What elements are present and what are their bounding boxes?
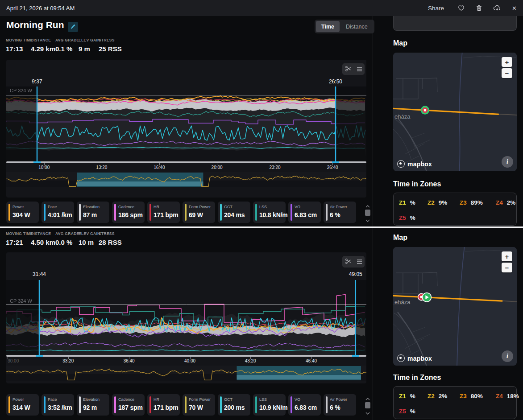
metric-chip-gct[interactable]: GCT200 ms [218,394,250,416]
chart-menu-button[interactable] [357,259,362,264]
map-info-button[interactable] [502,156,513,168]
metric-chip-cadence[interactable]: Cadence187 spm [112,394,145,416]
mapbox-attribution[interactable]: mapbox [397,354,432,362]
metric-chip-power[interactable]: Power304 W [6,202,39,223]
scroll-handle-right[interactable] [332,161,339,163]
zone-item: Z1% [399,198,415,206]
zones-heading: Time in Zones [393,180,441,188]
scroll-handle-left[interactable] [33,161,41,163]
chip-color-bar [44,204,46,221]
metric-chip-elevation[interactable]: Elevation87 m [77,202,109,223]
activity-chart-card: 9:37 26:50 CP 324 W 10:0013:2016:4020:00… [6,60,366,198]
scroll-handle-right[interactable] [352,355,359,357]
metric-value: 92 m [83,404,108,411]
toggle-distance[interactable]: Distance [340,21,373,32]
map-info-button[interactable] [502,350,513,362]
metric-chip-hr[interactable]: HR171 bpm [147,394,180,416]
stat: DISTANCE4.29 km [31,38,55,53]
route-map[interactable]: eháza + − mapbox [393,53,517,171]
activity-chart-canvas[interactable] [6,86,366,161]
zone-value: 18% [507,393,519,399]
critical-power-label: CP 324 W [10,298,32,304]
metric-name: Form Power [189,397,214,402]
overview-strip-canvas[interactable] [6,172,366,187]
zoom-in-button[interactable]: + [502,57,512,67]
zones-heading: Time in Zones [393,374,441,382]
stat-label: ELEV GAIN [79,231,100,236]
metric-chip-air-power[interactable]: Air Power6 % [324,202,356,223]
metric-name: Form Power [189,205,214,209]
delete-button[interactable] [476,4,482,12]
zone-item: Z418% [496,392,519,400]
stat: AVG GRADE0.1 % [55,38,79,53]
chip-color-bar [185,396,187,413]
chart-menu-button[interactable] [357,67,362,71]
zoom-out-button[interactable]: − [502,68,512,78]
metric-chip-cadence[interactable]: Cadence186 spm [112,202,145,223]
route-map[interactable]: eháza + − mapbox [393,247,517,366]
zone-value: 2% [507,199,516,206]
route-stop-marker[interactable] [421,107,428,114]
stat-value: 25 RSS [99,45,122,53]
map-canvas[interactable]: eháza [393,247,517,366]
chip-scroll-thumb[interactable] [365,210,370,216]
chevron-down-icon[interactable] [365,216,370,224]
metric-chip-hr[interactable]: HR171 bpm [147,202,180,223]
zone-row: Z1%Z22%Z380%Z418% [394,392,516,400]
metric-chip-vo[interactable]: VO6.83 cm [288,202,321,223]
zone-item: Z5% [399,407,415,415]
zone-label: Z1 [399,199,406,206]
stat-value: 10 m [79,239,100,246]
mapbox-logo-icon [397,160,405,168]
menu-icon [357,259,362,264]
activity-date: April 21, 2026 at 09:54 AM [6,5,75,12]
metric-chip-form-power[interactable]: Form Power70 W [183,394,215,416]
metric-chip-lss[interactable]: LSS10.9 kN/m [253,394,286,416]
chart-scrollbar[interactable] [6,355,366,357]
stat-label: ELEV GAIN [79,38,100,42]
crop-button[interactable] [345,66,352,73]
chip-color-bar [149,204,151,221]
edit-title-button[interactable] [68,22,78,32]
metric-chip-form-power[interactable]: Form Power69 W [183,202,215,223]
metric-chip-gct[interactable]: GCT204 ms [218,202,250,223]
selection-end-label: 26:50 [329,78,342,85]
stat-value: 4.50 km [31,239,55,246]
axis-tick-label: 30:00 [8,358,19,363]
metric-chip-power[interactable]: Power314 W [6,394,39,416]
route-start-marker[interactable] [422,293,431,302]
map-place-label: eháza [394,299,411,305]
sync-button[interactable] [493,4,501,12]
metric-chip-vo[interactable]: VO6.83 cm [288,394,321,416]
zone-value: 80% [471,393,483,399]
chevron-up-icon[interactable] [365,394,370,402]
map-canvas[interactable]: eháza [393,53,517,171]
zone-label: Z5 [399,214,406,221]
share-button[interactable]: Share [425,4,447,12]
close-button[interactable] [512,5,517,12]
metric-chip-pace[interactable]: Pace3:52 /km [42,394,74,416]
activity-chart-canvas[interactable] [6,280,366,355]
stat-label: MOVING TIME [6,231,33,236]
metric-chip-pace[interactable]: Pace4:01 /km [42,202,74,223]
metric-value: 10.9 kN/m [259,404,285,411]
metric-chip-elevation[interactable]: Elevation92 m [77,394,109,416]
chevron-up-icon[interactable] [365,202,370,210]
chip-scroll-thumb[interactable] [365,402,370,408]
stat-value: 17:13 [6,45,33,53]
scroll-handle-left[interactable] [36,355,43,357]
chart-scrollbar[interactable] [6,161,366,163]
zoom-out-button[interactable]: − [502,263,512,272]
metric-chip-air-power[interactable]: Air Power6 % [324,394,356,416]
favorite-button[interactable] [457,4,465,12]
section-divider [0,226,523,228]
crop-button[interactable] [345,258,352,266]
stat-label: MOVING TIME [6,38,33,42]
toggle-time[interactable]: Time [316,21,340,32]
chevron-down-icon[interactable] [365,408,370,416]
menu-icon [357,67,362,71]
metric-chip-lss[interactable]: LSS10.8 kN/m [253,202,286,223]
overview-strip-canvas[interactable] [6,366,366,381]
mapbox-attribution[interactable]: mapbox [397,160,432,168]
zoom-in-button[interactable]: + [502,251,512,261]
